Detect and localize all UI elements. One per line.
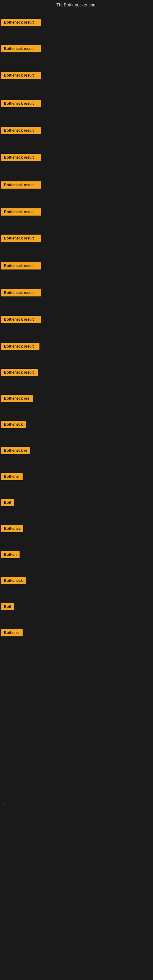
bottleneck-badge-17[interactable]: Bottleneck re (1, 447, 30, 454)
bottleneck-row-3: Bottleneck result (0, 71, 42, 81)
bottleneck-badge-18[interactable]: Bottlene (1, 473, 22, 480)
bottleneck-badge-16[interactable]: Bottleneck (1, 421, 26, 428)
bottleneck-row-15: Bottleneck res (0, 394, 35, 404)
bottleneck-badge-5[interactable]: Bottleneck result (1, 127, 41, 134)
bottleneck-badge-10[interactable]: Bottleneck result (1, 262, 41, 269)
bottleneck-row-20: Bottlenec (0, 524, 24, 534)
bottleneck-badge-4[interactable]: Bottleneck result (1, 100, 41, 107)
bottleneck-row-21: Bottlen (0, 550, 21, 560)
bottleneck-badge-2[interactable]: Bottleneck result (1, 45, 41, 52)
bottleneck-row-11: Bottleneck result (0, 288, 42, 298)
bottleneck-row-4: Bottleneck result (0, 99, 42, 109)
bottleneck-badge-3[interactable]: Bottleneck result (1, 72, 41, 79)
bottleneck-row-18: Bottlene (0, 472, 24, 482)
bottleneck-badge-20[interactable]: Bottlenec (1, 525, 23, 532)
bottleneck-row-6: Bottleneck result (0, 153, 42, 163)
bottleneck-badge-24[interactable]: Bottlene (1, 629, 22, 636)
bottleneck-row-16: Bottleneck (0, 420, 27, 430)
bottleneck-row-19: Bott (0, 498, 15, 508)
bottleneck-row-22: Bottleneck (0, 576, 27, 586)
bottleneck-badge-1[interactable]: Bottleneck result (1, 19, 41, 26)
bottleneck-badge-11[interactable]: Bottleneck result (1, 289, 41, 296)
site-title: TheBottlenecker.com (0, 0, 153, 10)
bottleneck-row-5: Bottleneck result (0, 126, 42, 136)
bottleneck-badge-8[interactable]: Bottleneck result (1, 208, 41, 216)
bottleneck-badge-9[interactable]: Bottleneck result (1, 235, 41, 242)
bottleneck-row-14: Bottleneck result (0, 368, 39, 378)
bottleneck-row-24: Bottlene (0, 628, 24, 638)
bottleneck-badge-15[interactable]: Bottleneck res (1, 395, 33, 402)
bottleneck-row-23: Bott (0, 602, 15, 612)
bottleneck-badge-7[interactable]: Bottleneck result (1, 181, 41, 189)
bottleneck-row-9: Bottleneck result (0, 234, 42, 244)
bottleneck-badge-14[interactable]: Bottleneck result (1, 369, 38, 376)
bottleneck-row-8: Bottleneck result (0, 208, 42, 218)
bottleneck-row-2: Bottleneck result (0, 45, 42, 54)
bottleneck-badge-21[interactable]: Bottlen (1, 551, 19, 558)
bottleneck-row-12: Bottleneck result (0, 315, 42, 325)
bottleneck-row-17: Bottleneck re (0, 446, 32, 456)
bottleneck-badge-13[interactable]: Bottleneck result (1, 343, 40, 350)
bottleneck-row-7: Bottleneck result (0, 181, 42, 191)
bottleneck-badge-19[interactable]: Bott (1, 499, 14, 506)
bottleneck-badge-22[interactable]: Bottleneck (1, 577, 26, 584)
bottleneck-row-13: Bottleneck result (0, 342, 41, 352)
bottleneck-badge-6[interactable]: Bottleneck result (1, 154, 41, 161)
bottleneck-badge-12[interactable]: Bottleneck result (1, 316, 41, 323)
bottleneck-row-1: Bottleneck result (0, 18, 42, 28)
bottleneck-row-10: Bottleneck result (0, 261, 42, 271)
bottleneck-badge-23[interactable]: Bott (1, 603, 14, 610)
ellipsis-indicator: ... (1, 800, 6, 806)
